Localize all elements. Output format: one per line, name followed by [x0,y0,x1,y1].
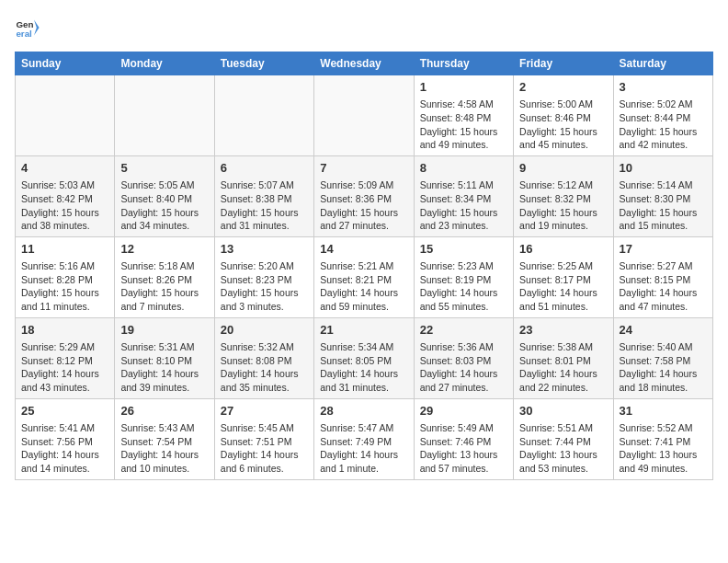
day-info: Sunset: 7:51 PM [221,435,308,449]
calendar-cell: 19Sunrise: 5:31 AMSunset: 8:10 PMDayligh… [115,317,214,398]
day-info: Daylight: 13 hours and 53 minutes. [519,448,607,475]
day-number: 18 [21,322,108,339]
week-row-5: 25Sunrise: 5:41 AMSunset: 7:56 PMDayligh… [16,398,713,479]
logo-icon: Gen eral [15,15,40,40]
calendar-cell: 12Sunrise: 5:18 AMSunset: 8:26 PMDayligh… [115,236,214,317]
day-number: 24 [620,322,707,339]
day-number: 16 [519,241,607,258]
day-header-monday: Monday [115,52,214,75]
calendar-cell: 25Sunrise: 5:41 AMSunset: 7:56 PMDayligh… [16,398,115,479]
calendar-cell: 7Sunrise: 5:09 AMSunset: 8:36 PMDaylight… [314,155,414,236]
calendar-cell: 14Sunrise: 5:21 AMSunset: 8:21 PMDayligh… [314,236,414,317]
day-number: 17 [620,241,707,258]
day-info: Daylight: 15 hours and 42 minutes. [620,125,707,152]
day-info: Daylight: 14 hours and 14 minutes. [21,448,108,475]
day-number: 9 [519,160,607,177]
day-info: Daylight: 14 hours and 55 minutes. [420,286,507,313]
day-info: Sunset: 8:30 PM [620,192,707,206]
calendar-cell: 30Sunrise: 5:51 AMSunset: 7:44 PMDayligh… [514,398,613,479]
day-info: Sunset: 8:15 PM [620,273,707,287]
day-info: Sunset: 8:36 PM [320,192,407,206]
day-number: 13 [221,241,308,258]
day-info: Daylight: 15 hours and 38 minutes. [21,206,108,233]
calendar-cell: 13Sunrise: 5:20 AMSunset: 8:23 PMDayligh… [214,236,313,317]
day-info: Sunrise: 5:36 AM [420,340,507,354]
day-info: Daylight: 15 hours and 31 minutes. [221,206,308,233]
svg-text:eral: eral [16,29,32,39]
calendar-cell [314,75,414,156]
day-info: Sunrise: 5:29 AM [21,340,108,354]
day-info: Sunrise: 5:07 AM [221,178,308,192]
day-info: Sunset: 8:23 PM [221,273,308,287]
day-header-wednesday: Wednesday [314,52,414,75]
day-number: 15 [420,241,507,258]
calendar-body: 1Sunrise: 4:58 AMSunset: 8:48 PMDaylight… [16,75,713,480]
day-info: Sunset: 8:28 PM [21,273,108,287]
day-info: Daylight: 15 hours and 15 minutes. [620,206,707,233]
day-info: Sunrise: 5:00 AM [519,98,607,111]
day-info: Sunset: 8:08 PM [221,354,308,368]
week-row-1: 1Sunrise: 4:58 AMSunset: 8:48 PMDaylight… [16,75,713,156]
day-info: Sunrise: 5:02 AM [620,98,707,111]
day-info: Sunrise: 5:38 AM [519,340,607,354]
calendar-cell: 15Sunrise: 5:23 AMSunset: 8:19 PMDayligh… [414,236,513,317]
day-number: 6 [221,160,308,177]
day-number: 3 [620,79,707,96]
day-info: Daylight: 14 hours and 6 minutes. [221,448,308,475]
day-number: 29 [420,403,507,419]
day-info: Daylight: 14 hours and 18 minutes. [620,367,707,394]
day-info: Daylight: 15 hours and 45 minutes. [519,125,607,152]
calendar-cell [214,75,313,156]
calendar-cell: 9Sunrise: 5:12 AMSunset: 8:32 PMDaylight… [514,155,613,236]
calendar-cell: 26Sunrise: 5:43 AMSunset: 7:54 PMDayligh… [115,398,214,479]
day-info: Daylight: 14 hours and 22 minutes. [519,367,607,394]
page-header: Gen eral [15,15,713,40]
day-info: Daylight: 14 hours and 1 minute. [320,448,407,475]
day-info: Sunrise: 5:47 AM [320,421,407,435]
day-info: Sunset: 7:46 PM [420,435,507,449]
day-number: 23 [519,322,607,339]
day-info: Sunrise: 5:43 AM [120,421,208,435]
calendar-cell: 17Sunrise: 5:27 AMSunset: 8:15 PMDayligh… [613,236,712,317]
calendar-cell: 31Sunrise: 5:52 AMSunset: 7:41 PMDayligh… [613,398,712,479]
day-info: Sunrise: 5:27 AM [620,259,707,273]
day-number: 8 [420,160,507,177]
day-info: Sunset: 7:44 PM [519,435,607,449]
day-number: 12 [120,241,208,258]
day-number: 7 [320,160,407,177]
day-number: 11 [21,241,108,258]
calendar-cell: 23Sunrise: 5:38 AMSunset: 8:01 PMDayligh… [514,317,613,398]
week-row-3: 11Sunrise: 5:16 AMSunset: 8:28 PMDayligh… [16,236,713,317]
day-info: Daylight: 14 hours and 35 minutes. [221,367,308,394]
week-row-4: 18Sunrise: 5:29 AMSunset: 8:12 PMDayligh… [16,317,713,398]
day-info: Sunset: 8:10 PM [120,354,208,368]
day-info: Sunrise: 5:05 AM [120,178,208,192]
header-row: SundayMondayTuesdayWednesdayThursdayFrid… [16,52,713,75]
day-info: Sunrise: 5:14 AM [620,178,707,192]
day-info: Sunset: 8:01 PM [519,354,607,368]
day-info: Sunset: 7:54 PM [120,435,208,449]
day-info: Daylight: 14 hours and 27 minutes. [420,367,507,394]
calendar-cell: 11Sunrise: 5:16 AMSunset: 8:28 PMDayligh… [16,236,115,317]
day-info: Sunset: 8:17 PM [519,273,607,287]
day-header-saturday: Saturday [613,52,712,75]
day-info: Sunrise: 5:25 AM [519,259,607,273]
day-info: Sunset: 8:46 PM [519,111,607,125]
day-info: Daylight: 15 hours and 7 minutes. [120,286,208,313]
calendar-cell: 4Sunrise: 5:03 AMSunset: 8:42 PMDaylight… [16,155,115,236]
day-info: Sunset: 7:58 PM [620,354,707,368]
day-info: Sunrise: 5:16 AM [21,259,108,273]
day-info: Daylight: 13 hours and 57 minutes. [420,448,507,475]
day-info: Sunrise: 5:52 AM [620,421,707,435]
week-row-2: 4Sunrise: 5:03 AMSunset: 8:42 PMDaylight… [16,155,713,236]
day-info: Daylight: 15 hours and 23 minutes. [420,206,507,233]
day-info: Sunrise: 5:51 AM [519,421,607,435]
day-info: Sunset: 8:48 PM [420,111,507,125]
day-info: Sunset: 8:38 PM [221,192,308,206]
day-header-thursday: Thursday [414,52,513,75]
calendar-cell [16,75,115,156]
calendar-cell: 10Sunrise: 5:14 AMSunset: 8:30 PMDayligh… [613,155,712,236]
day-info: Daylight: 14 hours and 43 minutes. [21,367,108,394]
calendar-cell: 27Sunrise: 5:45 AMSunset: 7:51 PMDayligh… [214,398,313,479]
day-info: Sunrise: 5:20 AM [221,259,308,273]
